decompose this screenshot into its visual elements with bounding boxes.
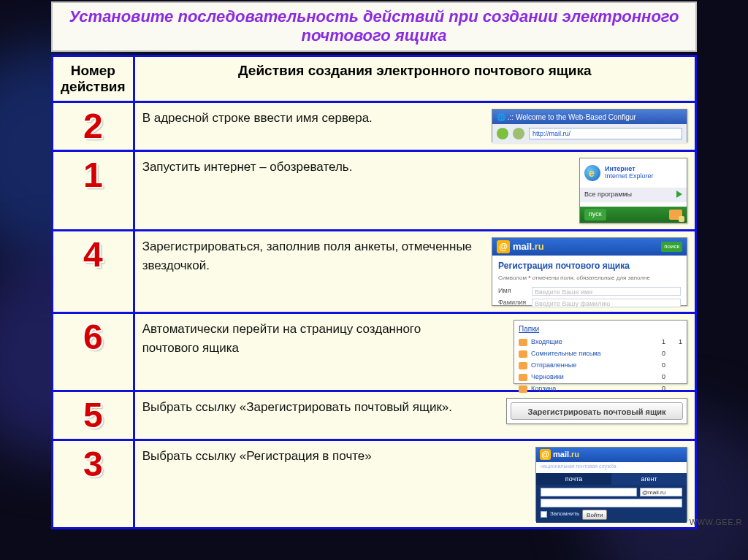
mailru-subtitle: национальная почтовая служба bbox=[536, 462, 687, 473]
step-number-cell: 5 bbox=[53, 391, 134, 440]
step-text: Запустить интернет – обозреватель. bbox=[142, 158, 572, 177]
table-header-row: Номер действия Действия создания электро… bbox=[53, 55, 696, 101]
step-number-cell: 1 bbox=[53, 150, 134, 230]
start-button: пуск bbox=[584, 209, 606, 220]
step-text: Автоматически перейти на страницу создан… bbox=[142, 320, 506, 358]
thumbnail-mailru-login: @ mail.ru национальная почтовая служба п… bbox=[535, 447, 687, 521]
ie-icon: 🌐 bbox=[497, 113, 508, 121]
step-number-cell: 2 bbox=[53, 101, 134, 150]
folder-icon bbox=[519, 362, 527, 369]
thumb-addressbar: http://mail.ru/ bbox=[492, 124, 687, 143]
table-row: 2 В адресной строке ввести имя сервера. … bbox=[53, 101, 696, 150]
thumb-titlebar: 🌐 .:: Welcome to the Web-Based Configur bbox=[492, 110, 687, 124]
col-header-action: Действия создания электронного почтового… bbox=[134, 55, 695, 101]
folder-row: Сомнительные письма0 bbox=[519, 348, 682, 360]
slide: Установите последовательность действий п… bbox=[0, 1, 748, 529]
sequence-table: Номер действия Действия создания электро… bbox=[51, 55, 697, 529]
step-number: 1 bbox=[83, 156, 103, 194]
url-input: http://mail.ru/ bbox=[529, 128, 682, 139]
step-action-cell: В адресной строке ввести имя сервера. 🌐 … bbox=[134, 101, 695, 150]
step-number: 5 bbox=[83, 396, 103, 434]
watermark: WWW.GEE.R bbox=[690, 518, 742, 526]
col-header-number: Номер действия bbox=[53, 55, 134, 101]
login-input bbox=[541, 488, 637, 496]
thumb-app-name: Интернет Internet Explorer bbox=[605, 166, 654, 180]
field-label: Имя bbox=[498, 286, 527, 296]
step-number: 2 bbox=[83, 107, 103, 145]
thumbnail-start-menu: Интернет Internet Explorer Все программы… bbox=[579, 158, 687, 223]
step-text: Зарегистрироваться, заполнив поля анкеты… bbox=[142, 237, 484, 276]
step-number: 3 bbox=[83, 445, 103, 483]
register-button: Зарегистрировать почтовый ящик bbox=[511, 402, 683, 420]
table-row: 5 Выбрать ссылку «Зарегистрировать почто… bbox=[53, 391, 696, 440]
step-action-cell: Выбрать ссылку «Зарегистрировать почтовы… bbox=[134, 391, 695, 440]
tab-agent: агент bbox=[611, 473, 687, 485]
search-badge: поиск bbox=[661, 242, 682, 252]
table-row: 3 Выбрать ссылку «Регистрация в почте» @… bbox=[53, 440, 696, 528]
taskbar-tile-icon bbox=[669, 210, 682, 220]
nav-back-icon bbox=[497, 128, 508, 139]
step-text: Выбрать ссылку «Регистрация в почте» bbox=[142, 447, 528, 466]
tab-mail: почта bbox=[536, 473, 611, 485]
folder-icon bbox=[519, 339, 527, 346]
remember-checkbox: ЗапомнитьВойти bbox=[541, 510, 682, 520]
mailru-logo: mail.ru bbox=[553, 448, 579, 461]
folder-row: Черновики0 bbox=[519, 372, 682, 383]
login-tabs: почта агент bbox=[536, 473, 687, 485]
table-row: 1 Запустить интернет – обозреватель. Инт… bbox=[53, 150, 696, 230]
field-input: Введите Вашу фамилию bbox=[532, 299, 681, 307]
field-input: Введите Ваше имя bbox=[532, 287, 681, 296]
at-icon: @ bbox=[497, 240, 510, 253]
thumb-reg-note: Символом * отмечены поля, обязательные д… bbox=[492, 274, 687, 285]
field-label: Фамилия bbox=[498, 298, 527, 308]
step-text: Выбрать ссылку «Зарегистрировать почтовы… bbox=[142, 398, 499, 417]
folder-icon bbox=[519, 350, 527, 358]
slide-title: Установите последовательность действий п… bbox=[60, 7, 688, 46]
folder-row: Входящие11 bbox=[519, 337, 682, 348]
step-action-cell: Запустить интернет – обозреватель. Интер… bbox=[134, 150, 695, 230]
at-icon: @ bbox=[540, 449, 551, 460]
checkbox-icon bbox=[541, 511, 547, 518]
folder-icon bbox=[519, 374, 527, 381]
table-row: 4 Зарегистрироваться, заполнив поля анке… bbox=[53, 230, 696, 312]
thumb-all-programs: Все программы bbox=[580, 188, 687, 202]
password-input bbox=[541, 499, 682, 507]
thumbnail-register-button: Зарегистрировать почтовый ящик bbox=[506, 398, 687, 424]
step-action-cell: Автоматически перейти на страницу создан… bbox=[134, 312, 695, 391]
step-action-cell: Зарегистрироваться, заполнив поля анкеты… bbox=[134, 230, 695, 312]
table-row: 6 Автоматически перейти на страницу созд… bbox=[53, 312, 696, 391]
step-text: В адресной строке ввести имя сервера. bbox=[142, 109, 484, 128]
ie-icon bbox=[584, 165, 600, 181]
thumbnail-mail-folders: Папки Входящие11 Сомнительные письма0 От… bbox=[514, 320, 687, 384]
folder-row: Отправленные0 bbox=[519, 360, 682, 372]
step-action-cell: Выбрать ссылку «Регистрация в почте» @ m… bbox=[134, 440, 695, 528]
step-number-cell: 3 bbox=[53, 440, 134, 528]
step-number-cell: 6 bbox=[53, 312, 134, 391]
step-number: 6 bbox=[83, 318, 103, 356]
nav-fwd-icon bbox=[513, 128, 524, 139]
domain-select: @mail.ru bbox=[640, 488, 682, 496]
mailru-logo: mail.ru bbox=[513, 239, 544, 254]
step-number-cell: 4 bbox=[53, 230, 134, 312]
thumbnail-browser-address: 🌐 .:: Welcome to the Web-Based Configur … bbox=[492, 109, 687, 142]
thumb-reg-title: Регистрация почтового ящика bbox=[492, 256, 687, 275]
thumb-taskbar: пуск bbox=[580, 207, 687, 223]
arrow-right-icon bbox=[676, 191, 682, 198]
folders-header: Папки bbox=[519, 323, 682, 335]
title-bar: Установите последовательность действий п… bbox=[51, 1, 697, 52]
login-button: Войти bbox=[582, 510, 607, 520]
thumbnail-mailru-register: @ mail.ru поиск Регистрация почтового ящ… bbox=[492, 237, 687, 306]
step-number: 4 bbox=[83, 235, 103, 274]
